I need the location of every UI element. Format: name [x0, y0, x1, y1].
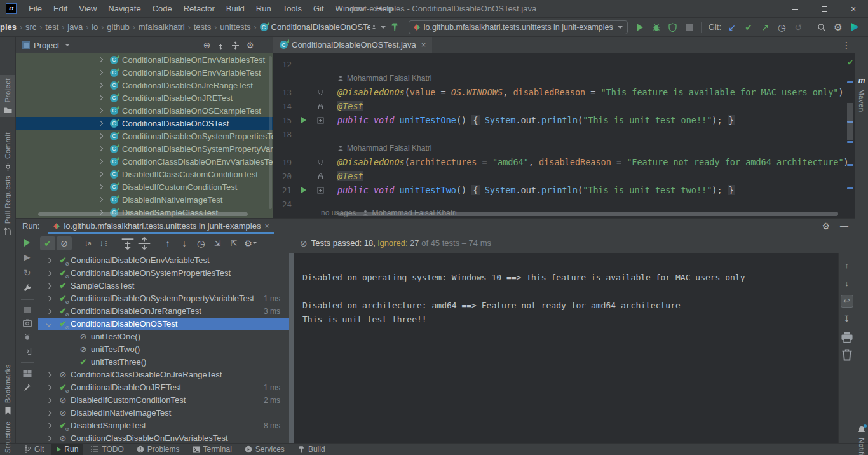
project-tree-row[interactable]: ConditionalDisableOnEnvVariablesTest	[16, 53, 273, 66]
test-tree-row[interactable]: ✔⊘ConditionalDisableOnEnvVariableTest	[38, 254, 289, 267]
breadcrumb-item[interactable]: io	[92, 22, 98, 32]
project-tree-row[interactable]: DisabledIfCustomConditionTest	[16, 180, 273, 193]
run-tab[interactable]: io.github.mfaisalkhatri.tests.unittests …	[48, 219, 274, 234]
breadcrumb-item[interactable]: mfaisalkhatri	[139, 22, 185, 32]
chevron-right-icon[interactable]	[98, 197, 103, 202]
code-line[interactable]: 15public void unitTestOne() { System.out…	[273, 113, 855, 127]
menu-file[interactable]: File	[23, 4, 48, 13]
search-everywhere-button[interactable]	[815, 20, 829, 34]
collapse-all-button[interactable]	[137, 236, 152, 250]
breadcrumb-item[interactable]: test	[45, 22, 58, 32]
scroll-up-button[interactable]: ↑	[841, 259, 853, 272]
run-with-coverage-button[interactable]	[666, 20, 680, 34]
code-line[interactable]: Mohammad Faisal Khatri	[273, 71, 855, 85]
menu-code[interactable]: Code	[147, 4, 178, 13]
user-dropdown-button[interactable]	[372, 20, 386, 34]
collapse-all-button[interactable]	[231, 41, 240, 50]
project-tree-row[interactable]: ConditionalDisableOnSystemPropertiesTest	[16, 130, 273, 142]
settings-button[interactable]: ⚙	[831, 20, 845, 34]
project-tree-row[interactable]: ConditionalDisableOnJRETest	[16, 92, 273, 104]
project-tree-row[interactable]: ConditionalDisableOnJreRangeTest	[16, 79, 273, 92]
soft-wrap-toggle[interactable]: ↩	[841, 295, 853, 308]
chevron-icon[interactable]	[46, 423, 51, 428]
breadcrumb-item[interactable]: src	[25, 22, 36, 32]
close-button[interactable]: ×	[839, 0, 868, 18]
test-tree-row[interactable]: ⊘DisabledIfCustomConditionTest2 ms	[38, 394, 289, 407]
project-tree-row[interactable]: ConditionalDisableOnOSTest	[16, 117, 273, 130]
sidebar-item-project[interactable]: Project	[0, 75, 15, 117]
pin-icon[interactable]	[24, 383, 31, 391]
close-tab-icon[interactable]: ×	[421, 40, 426, 50]
chevron-icon[interactable]	[46, 271, 51, 276]
git-push-button[interactable]: ↗	[758, 20, 772, 34]
statusbar-item-terminal[interactable]: Terminal	[187, 444, 237, 455]
run-button[interactable]	[633, 20, 647, 34]
test-tree-row[interactable]: ⊘DisabledInNativeImageTest	[38, 407, 289, 419]
menu-tools[interactable]: Tools	[277, 4, 308, 13]
rerun-button[interactable]	[24, 239, 30, 247]
rerun-failed-button[interactable]: ▶	[24, 252, 31, 262]
hide-run-panel-button[interactable]: ―	[840, 221, 848, 231]
test-tree-row[interactable]: ⊘ConditionClassDisableOnEnvVariablesTest	[38, 432, 289, 443]
chevron-right-icon[interactable]	[98, 95, 103, 100]
console-output[interactable]: Disabled on operating system: Windows 10…	[294, 253, 838, 443]
project-tree-row[interactable]: DisabledIfClassCustomConditionTest	[16, 168, 273, 180]
test-tree-row[interactable]: ⊘unitTestOne()	[38, 330, 289, 343]
hide-panel-button[interactable]: ―	[261, 41, 269, 50]
restart-debug-icon[interactable]	[23, 332, 32, 341]
breadcrumb-item[interactable]: github	[107, 22, 129, 32]
chevron-icon[interactable]	[46, 398, 51, 403]
stop-button[interactable]	[24, 307, 31, 313]
chevron-icon[interactable]	[46, 283, 51, 289]
test-history-button[interactable]: ◷	[193, 236, 208, 250]
chevron-right-icon[interactable]	[98, 172, 103, 177]
sidebar-item-notifications[interactable]: Notifications	[855, 426, 868, 455]
statusbar-item-git[interactable]: Git	[19, 444, 49, 455]
chevron-icon[interactable]	[46, 385, 51, 390]
sidebar-item-bookmarks[interactable]: Bookmarks	[0, 364, 15, 415]
chevron-icon[interactable]	[46, 436, 51, 441]
sidebar-item-pull-requests[interactable]: Pull Requests	[0, 175, 15, 236]
chevron-right-icon[interactable]	[98, 121, 103, 126]
git-update-button[interactable]: ↙	[725, 20, 739, 34]
test-tree-row[interactable]: ✔⊘ConditionalDisableOnSystemPropertyVari…	[38, 292, 289, 305]
expand-all-button[interactable]	[120, 236, 135, 250]
test-settings-gear-button[interactable]: ⚙	[243, 236, 258, 250]
chevron-icon[interactable]	[46, 296, 51, 301]
detach-icon[interactable]	[23, 347, 32, 355]
code-line[interactable]: 21public void unitTestTwo() { System.out…	[273, 183, 855, 197]
locate-file-button[interactable]: ⊕	[203, 40, 211, 50]
chevron-right-icon[interactable]	[98, 57, 103, 62]
code-line[interactable]: 13@DisabledOnOs(value = OS.WINDOWS, disa…	[273, 85, 855, 99]
toggle-auto-test-icon[interactable]: ↻	[24, 268, 31, 278]
scrollbar-thumb[interactable]	[847, 103, 853, 140]
print-icon[interactable]	[841, 330, 853, 343]
history-button[interactable]: ◷	[775, 20, 789, 34]
test-tree-row[interactable]: ✔⊘ConditionalDisableOnSystemPropertiesTe…	[38, 267, 289, 280]
statusbar-item-problems[interactable]: Problems	[132, 444, 185, 455]
chevron-right-icon[interactable]	[98, 133, 103, 139]
wrench-icon[interactable]	[23, 283, 32, 292]
chevron-icon[interactable]	[46, 372, 51, 377]
menu-git[interactable]: Git	[308, 4, 330, 13]
project-tree-row[interactable]: ConditionalDisableOnEnvVariableTest	[16, 66, 273, 79]
sort-by-duration-button[interactable]: ↓⋮	[97, 236, 112, 250]
build-project-button[interactable]	[388, 20, 402, 34]
sidebar-item-commit[interactable]: Commit	[0, 132, 15, 171]
inspections-ok-icon[interactable]: ✔	[848, 57, 853, 67]
chevron-right-icon[interactable]	[98, 159, 103, 164]
menu-navigate[interactable]: Navigate	[102, 4, 146, 13]
restore-button[interactable]	[810, 0, 839, 18]
ide-services-button[interactable]	[848, 20, 862, 34]
test-tree-row[interactable]: ✔⊘ConditionalDisableOnJreRangeTest3 ms	[38, 305, 289, 318]
export-test-results-button[interactable]: ⇱	[226, 236, 241, 250]
run-test-gutter-icon[interactable]	[301, 187, 306, 193]
code-line[interactable]: 18	[273, 127, 855, 141]
statusbar-item-services[interactable]: Services	[240, 444, 290, 455]
tree-console-splitter[interactable]	[289, 253, 294, 443]
sidebar-item-structure[interactable]: Structure	[0, 421, 15, 455]
menu-build[interactable]: Build	[220, 4, 250, 13]
breadcrumb-item[interactable]: unittests	[220, 22, 250, 32]
breadcrumb-item[interactable]: java	[67, 22, 83, 32]
next-occurrence-button[interactable]: ↓	[177, 236, 192, 250]
